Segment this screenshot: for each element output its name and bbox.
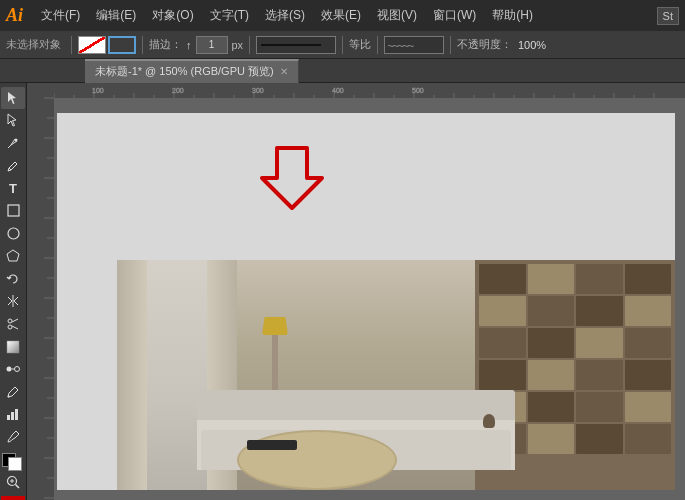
toolbar: 未选择对象 描边： ↑ px 等比 不透明度： 100% (0, 31, 685, 59)
tool-rectangle[interactable] (1, 200, 25, 222)
opacity-label: 不透明度： (457, 37, 512, 52)
ai-logo: Ai (6, 5, 23, 26)
select-icon (6, 91, 20, 105)
svg-rect-17 (15, 409, 18, 420)
tab-label: 未标题-1* @ 150% (RGB/GPU 预览) (95, 64, 274, 79)
main-area: T (0, 83, 685, 500)
toolbar-sep-6 (450, 36, 451, 54)
st-badge: St (657, 7, 679, 25)
svg-point-11 (7, 367, 12, 372)
menu-edit[interactable]: 编辑(E) (88, 0, 144, 31)
tab-close-button[interactable]: ✕ (280, 66, 288, 77)
svg-point-14 (8, 395, 10, 397)
stroke-width-input[interactable] (196, 36, 228, 54)
tool-gradient[interactable] (1, 336, 25, 358)
svg-text:500: 500 (412, 87, 424, 94)
up-arrow-icon: ↑ (186, 39, 192, 51)
svg-point-12 (15, 367, 20, 372)
canvas-area[interactable]: 100 200 300 400 500 (27, 83, 685, 500)
gradient-icon (6, 340, 20, 354)
table-tray (247, 440, 297, 450)
svg-rect-22 (54, 83, 685, 98)
ruler-left (27, 83, 54, 500)
svg-text:200: 200 (172, 87, 184, 94)
polygon-icon (6, 249, 20, 263)
document-tab[interactable]: 未标题-1* @ 150% (RGB/GPU 预览) ✕ (85, 59, 299, 83)
decorative-item (483, 414, 495, 428)
stroke-fill-group (78, 36, 136, 54)
tab-bar: 未标题-1* @ 150% (RGB/GPU 预览) ✕ (0, 59, 685, 83)
blend-icon (6, 362, 20, 376)
toolbar-sep-1 (71, 36, 72, 54)
zoom-icon (6, 475, 20, 489)
svg-text:100: 100 (92, 87, 104, 94)
tool-eyedropper[interactable] (1, 381, 25, 403)
brush-icon (6, 430, 20, 444)
svg-line-8 (12, 319, 18, 322)
ellipse-icon (7, 227, 20, 240)
menu-file[interactable]: 文件(F) (33, 0, 88, 31)
no-selection-label: 未选择对象 (6, 37, 61, 52)
tool-chart[interactable] (1, 404, 25, 426)
tool-pencil[interactable] (1, 155, 25, 177)
tool-rotate[interactable] (1, 268, 25, 290)
pen-icon (6, 136, 20, 150)
svg-marker-0 (8, 92, 16, 104)
artboard (57, 113, 675, 490)
menu-object[interactable]: 对象(O) (144, 0, 201, 31)
tool-zoom[interactable] (1, 471, 25, 493)
svg-point-7 (8, 325, 12, 329)
stroke-color-swatch (8, 457, 22, 471)
tool-polygon[interactable] (1, 245, 25, 267)
tool-select[interactable] (1, 87, 25, 109)
svg-rect-3 (8, 205, 19, 216)
title-bar: Ai 文件(F) 编辑(E) 对象(O) 文字(T) 选择(S) 效果(E) 视… (0, 0, 685, 31)
rectangle-icon (7, 204, 20, 217)
stroke-swatch[interactable] (78, 36, 106, 54)
svg-rect-16 (11, 412, 14, 420)
interior-image (117, 260, 675, 490)
tool-ellipse[interactable] (1, 223, 25, 245)
type-icon: T (9, 181, 17, 196)
stroke-line-preview (261, 44, 321, 46)
color-swatches[interactable] (2, 453, 24, 471)
tool-direct-select[interactable] (1, 110, 25, 132)
ruler-top: 100 200 300 400 500 (54, 83, 685, 98)
tool-blend[interactable] (1, 358, 25, 380)
menu-effect[interactable]: 效果(E) (313, 0, 369, 31)
fill-swatch[interactable] (108, 36, 136, 54)
stroke-style-selector[interactable] (256, 36, 336, 54)
menu-text[interactable]: 文字(T) (202, 0, 257, 31)
menu-select[interactable]: 选择(S) (257, 0, 313, 31)
tool-brush[interactable] (1, 426, 25, 448)
svg-point-4 (8, 228, 19, 239)
stroke-label: 描边： (149, 37, 182, 52)
svg-rect-10 (7, 341, 19, 353)
bottom-indicator (1, 496, 25, 500)
toolbar-sep-4 (342, 36, 343, 54)
scissors-icon (6, 317, 20, 331)
svg-marker-81 (262, 148, 322, 208)
svg-point-2 (15, 139, 18, 142)
svg-line-19 (16, 485, 20, 489)
opacity-value: 100% (516, 39, 546, 51)
menu-help[interactable]: 帮助(H) (484, 0, 541, 31)
toolbar-sep-5 (377, 36, 378, 54)
svg-point-6 (8, 319, 12, 323)
tool-scissors[interactable] (1, 313, 25, 335)
tool-type[interactable]: T (1, 177, 25, 199)
menu-view[interactable]: 视图(V) (369, 0, 425, 31)
tool-pen[interactable] (1, 132, 25, 154)
toolbar-sep-3 (249, 36, 250, 54)
tool-reflect[interactable] (1, 290, 25, 312)
px-unit-label: px (232, 39, 244, 51)
chart-icon (6, 407, 20, 421)
svg-line-9 (12, 326, 18, 329)
svg-rect-59 (27, 83, 54, 500)
menu-window[interactable]: 窗口(W) (425, 0, 484, 31)
rotate-icon (6, 272, 20, 286)
toolbar-sep-2 (142, 36, 143, 54)
wavy-line-selector[interactable] (384, 36, 444, 54)
direct-select-icon (6, 113, 20, 127)
svg-text:400: 400 (332, 87, 344, 94)
